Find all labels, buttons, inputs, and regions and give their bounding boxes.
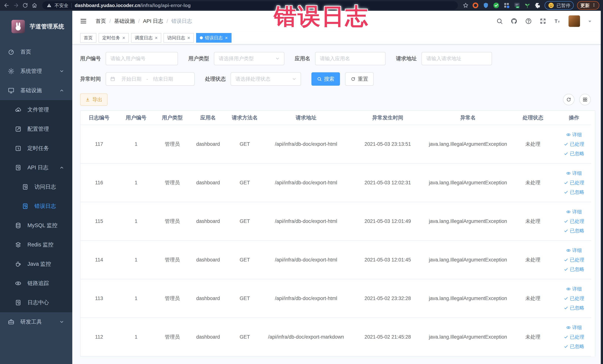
end-date-input[interactable] [149, 76, 177, 82]
sidebar-item-access-log[interactable]: 访问日志 [0, 177, 72, 197]
sidebar-item-log-center[interactable]: 日志中心 [0, 293, 72, 312]
sidebar-item-system[interactable]: 系统管理 [0, 61, 72, 81]
cell-request-url: /api/infra/db-doc/export-html [264, 125, 348, 164]
mark-processed-link[interactable]: 已处理 [564, 334, 584, 340]
sidebar-item-mysql-monitor[interactable]: MySQL 监控 [0, 216, 72, 235]
breadcrumb-api-log[interactable]: API 日志 [143, 18, 163, 25]
cell-status: 未处理 [509, 125, 557, 164]
sidebar-item-redis-monitor[interactable]: Redis 监控 [0, 235, 72, 254]
close-tab-icon[interactable] [155, 35, 158, 40]
user-type-input[interactable] [218, 56, 274, 62]
browser-menu-kebab-icon[interactable] [592, 3, 596, 8]
search-icon[interactable] [496, 18, 503, 24]
sidebar-item-label: 访问日志 [35, 183, 56, 191]
tab-label: 访问日志 [167, 35, 185, 41]
cell-log-id: 112 [81, 318, 118, 356]
tab-home[interactable]: 首页 [80, 33, 96, 43]
url-text: dashboard.yudao.iocoder.cn /infra/log/ap… [75, 3, 191, 8]
detail-link[interactable]: 详细 [566, 170, 582, 176]
detail-link[interactable]: 详细 [566, 324, 582, 331]
extension-icon-grid[interactable] [503, 2, 510, 9]
browser-back-icon[interactable] [4, 2, 10, 8]
close-tab-icon[interactable] [225, 35, 228, 40]
sidebar-item-infra[interactable]: 基础设施 [0, 81, 72, 100]
exception-time-range-picker[interactable]: - [106, 72, 195, 86]
extension-icon-sprout[interactable] [524, 2, 531, 9]
breadcrumb-home[interactable]: 首页 [96, 18, 106, 25]
fullscreen-icon[interactable] [540, 18, 546, 24]
breadcrumb-infra[interactable]: 基础设施 [114, 18, 135, 25]
chevron-down-icon [275, 56, 280, 61]
help-icon[interactable] [525, 18, 532, 24]
request-url-field[interactable] [421, 52, 492, 65]
not-secure-warning-icon [47, 3, 52, 8]
start-date-input[interactable] [117, 76, 145, 82]
sidebar-item-file-management[interactable]: 文件管理 [0, 100, 72, 119]
detail-link-label: 详细 [572, 131, 582, 138]
user-type-select[interactable] [214, 52, 284, 65]
mark-ignored-link[interactable]: 已忽略 [564, 227, 584, 234]
browser-home-icon[interactable] [32, 2, 37, 8]
app-name-input[interactable] [320, 56, 381, 62]
tab-access-log[interactable]: 访问日志 [163, 33, 194, 43]
github-icon[interactable] [511, 18, 517, 24]
sidebar-item-scheduled-jobs[interactable]: 定时任务 [0, 139, 72, 158]
sidebar-item-label: 错误日志 [35, 202, 56, 210]
sidebar-item-home[interactable]: 首页 [0, 42, 72, 61]
export-button[interactable]: 导出 [80, 94, 107, 106]
font-size-icon[interactable]: TT [554, 18, 561, 24]
page-scrollbar[interactable] [601, 11, 603, 364]
extension-icon-puzzle[interactable] [534, 2, 541, 9]
extension-icon-on-badge[interactable]: on [513, 2, 521, 9]
tab-scheduled-jobs[interactable]: 定时任务 [99, 33, 129, 43]
tab-error-log[interactable]: 错误日志 [196, 33, 232, 43]
bookmark-star-icon[interactable] [463, 2, 469, 8]
request-url-input[interactable] [426, 56, 487, 62]
sidebar-item-tracing[interactable]: 链路追踪 [0, 274, 72, 293]
mark-ignored-link[interactable]: 已忽略 [564, 150, 584, 157]
close-tab-icon[interactable] [122, 35, 125, 40]
sidebar-item-error-log[interactable]: 错误日志 [0, 197, 72, 216]
mark-processed-link[interactable]: 已处理 [564, 141, 584, 147]
cloud-upload-icon [15, 106, 22, 113]
mark-processed-link[interactable]: 已处理 [564, 295, 584, 302]
mark-ignored-link[interactable]: 已忽略 [564, 305, 584, 311]
sidebar-item-java-monitor[interactable]: Java 监控 [0, 254, 72, 274]
sidebar-toggle-icon[interactable] [80, 17, 87, 25]
sidebar-item-config-management[interactable]: 配置管理 [0, 119, 72, 139]
detail-link[interactable]: 详细 [566, 247, 582, 254]
process-status-select[interactable] [231, 72, 301, 86]
detail-link[interactable]: 详细 [566, 286, 582, 292]
cell-app-name: dashboard [190, 202, 226, 241]
address-bar[interactable]: 不安全 dashboard.yudao.iocoder.cn /infra/lo… [42, 1, 458, 10]
search-button[interactable]: 搜索 [312, 72, 340, 86]
tab-schedule-log[interactable]: 调度日志 [131, 33, 161, 43]
user-id-field[interactable] [106, 52, 178, 65]
browser-profile-chip[interactable]: 已暂停 [545, 1, 574, 10]
app-name-field[interactable] [315, 52, 386, 65]
user-id-input[interactable] [110, 56, 174, 62]
refresh-button[interactable] [563, 94, 574, 105]
mark-processed-link[interactable]: 已处理 [564, 218, 584, 224]
detail-link[interactable]: 详细 [566, 209, 582, 215]
mark-ignored-link[interactable]: 已忽略 [564, 189, 584, 195]
sidebar-item-api-log[interactable]: API 日志 [0, 158, 72, 177]
browser-forward-icon[interactable] [13, 2, 19, 8]
reset-button[interactable]: 重置 [345, 72, 374, 86]
column-settings-button[interactable] [579, 94, 591, 105]
mark-processed-link[interactable]: 已处理 [564, 179, 584, 186]
close-tab-icon[interactable] [187, 35, 190, 40]
mark-processed-link[interactable]: 已处理 [564, 257, 584, 263]
browser-update-button[interactable]: 更新 [577, 1, 599, 10]
extension-icon-blue-shield[interactable] [482, 2, 489, 9]
mark-ignored-link[interactable]: 已忽略 [564, 343, 584, 350]
mark-ignored-link[interactable]: 已忽略 [564, 266, 584, 273]
extension-icon-orange-ring[interactable] [472, 2, 479, 9]
extension-icon-green-check[interactable] [493, 2, 500, 9]
avatar-caret-down-icon[interactable] [588, 20, 592, 23]
process-status-input[interactable] [235, 76, 290, 82]
detail-link[interactable]: 详细 [566, 131, 582, 138]
sidebar-item-dev-tools[interactable]: 研发工具 [0, 312, 72, 331]
user-avatar[interactable] [568, 15, 580, 27]
browser-reload-icon[interactable] [22, 2, 28, 8]
